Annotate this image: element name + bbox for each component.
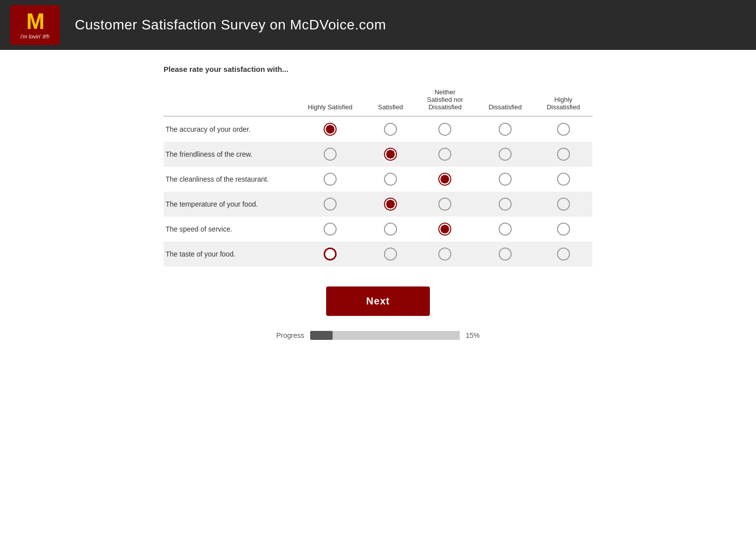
radio-cell-neither[interactable] (414, 142, 476, 167)
radio-neither[interactable] (438, 248, 451, 261)
radio-cell-dissatisfied[interactable] (476, 142, 535, 167)
radio-highly_dissatisfied[interactable] (557, 223, 570, 236)
col-header-neither: NeitherSatisfied norDissatisfied (414, 85, 476, 116)
radio-satisfied[interactable] (384, 123, 397, 136)
radio-cell-highly_dissatisfied[interactable] (534, 192, 592, 217)
main-content: Please rate your satisfaction with... Hi… (154, 65, 602, 340)
radio-highly_satisfied[interactable] (324, 173, 337, 186)
radio-highly_satisfied[interactable] (324, 223, 337, 236)
progress-label: Progress (276, 331, 304, 339)
radio-satisfied[interactable] (384, 198, 397, 211)
radio-satisfied[interactable] (384, 148, 397, 161)
radio-highly_dissatisfied[interactable] (557, 248, 570, 261)
progress-bar-background (310, 331, 460, 340)
radio-highly_satisfied[interactable] (324, 248, 337, 261)
col-header-satisfied: Satisfied (367, 85, 414, 116)
radio-cell-satisfied[interactable] (367, 142, 414, 167)
radio-cell-highly_satisfied[interactable] (293, 192, 367, 217)
radio-dissatisfied[interactable] (499, 198, 512, 211)
radio-cell-satisfied[interactable] (367, 242, 414, 267)
radio-cell-highly_satisfied[interactable] (293, 217, 367, 242)
next-button-wrapper: Next (164, 286, 592, 316)
radio-cell-highly_dissatisfied[interactable] (534, 167, 592, 192)
progress-section: Progress 15% (164, 331, 592, 340)
col-header-dissatisfied: Dissatisfied (476, 85, 535, 116)
radio-cell-satisfied[interactable] (367, 116, 414, 142)
radio-cell-satisfied[interactable] (367, 167, 414, 192)
radio-cell-highly_dissatisfied[interactable] (534, 217, 592, 242)
radio-dissatisfied[interactable] (499, 248, 512, 261)
table-row: The temperature of your food. (164, 192, 592, 217)
table-row: The taste of your food. (164, 242, 592, 267)
radio-cell-highly_dissatisfied[interactable] (534, 242, 592, 267)
radio-dissatisfied[interactable] (499, 223, 512, 236)
radio-neither[interactable] (438, 198, 451, 211)
table-row: The speed of service. (164, 217, 592, 242)
radio-cell-neither[interactable] (414, 116, 476, 142)
radio-cell-neither[interactable] (414, 217, 476, 242)
logo-m-letter: M (26, 10, 44, 32)
radio-highly_satisfied[interactable] (324, 148, 337, 161)
col-header-highly-satisfied: Highly Satisfied (293, 85, 367, 116)
radio-highly_satisfied[interactable] (324, 198, 337, 211)
radio-cell-dissatisfied[interactable] (476, 116, 535, 142)
question-cell: The temperature of your food. (164, 192, 293, 217)
table-row: The friendliness of the crew. (164, 142, 592, 167)
table-row: The accuracy of your order. (164, 116, 592, 142)
radio-neither[interactable] (438, 123, 451, 136)
progress-bar-fill (310, 331, 333, 340)
radio-cell-satisfied[interactable] (367, 217, 414, 242)
col-header-question (164, 85, 293, 116)
question-cell: The friendliness of the crew. (164, 142, 293, 167)
next-button[interactable]: Next (326, 286, 429, 316)
radio-neither[interactable] (438, 173, 451, 186)
radio-cell-dissatisfied[interactable] (476, 242, 535, 267)
radio-highly_dissatisfied[interactable] (557, 148, 570, 161)
question-cell: The accuracy of your order. (164, 116, 293, 142)
col-header-highly-dissatisfied: HighlyDissatisfied (534, 85, 592, 116)
question-cell: The speed of service. (164, 217, 293, 242)
radio-neither[interactable] (438, 223, 451, 236)
radio-highly_dissatisfied[interactable] (557, 173, 570, 186)
section-label: Please rate your satisfaction with... (164, 65, 592, 73)
radio-cell-highly_dissatisfied[interactable] (534, 142, 592, 167)
radio-cell-highly_satisfied[interactable] (293, 242, 367, 267)
radio-cell-dissatisfied[interactable] (476, 167, 535, 192)
page-title: Customer Satisfaction Survey on McDVoice… (75, 17, 386, 33)
radio-cell-neither[interactable] (414, 192, 476, 217)
question-cell: The taste of your food. (164, 242, 293, 267)
question-cell: The cleanliness of the restaurant. (164, 167, 293, 192)
radio-cell-neither[interactable] (414, 242, 476, 267)
logo-tagline: i'm lovin' it® (20, 33, 49, 39)
radio-cell-highly_satisfied[interactable] (293, 142, 367, 167)
radio-neither[interactable] (438, 148, 451, 161)
radio-cell-dissatisfied[interactable] (476, 192, 535, 217)
radio-cell-satisfied[interactable] (367, 192, 414, 217)
radio-dissatisfied[interactable] (499, 173, 512, 186)
radio-cell-neither[interactable] (414, 167, 476, 192)
radio-cell-highly_dissatisfied[interactable] (534, 116, 592, 142)
radio-cell-highly_satisfied[interactable] (293, 116, 367, 142)
radio-highly_dissatisfied[interactable] (557, 198, 570, 211)
radio-cell-dissatisfied[interactable] (476, 217, 535, 242)
radio-highly_satisfied[interactable] (324, 123, 337, 136)
survey-table: Highly Satisfied Satisfied NeitherSatisf… (164, 85, 592, 267)
radio-highly_dissatisfied[interactable] (557, 123, 570, 136)
radio-satisfied[interactable] (384, 223, 397, 236)
radio-dissatisfied[interactable] (499, 148, 512, 161)
radio-satisfied[interactable] (384, 173, 397, 186)
radio-cell-highly_satisfied[interactable] (293, 167, 367, 192)
mcdonalds-logo: M i'm lovin' it® (10, 5, 60, 45)
progress-percent: 15% (466, 331, 480, 339)
page-header: M i'm lovin' it® Customer Satisfaction S… (0, 0, 756, 50)
radio-dissatisfied[interactable] (499, 123, 512, 136)
table-row: The cleanliness of the restaurant. (164, 167, 592, 192)
radio-satisfied[interactable] (384, 248, 397, 261)
